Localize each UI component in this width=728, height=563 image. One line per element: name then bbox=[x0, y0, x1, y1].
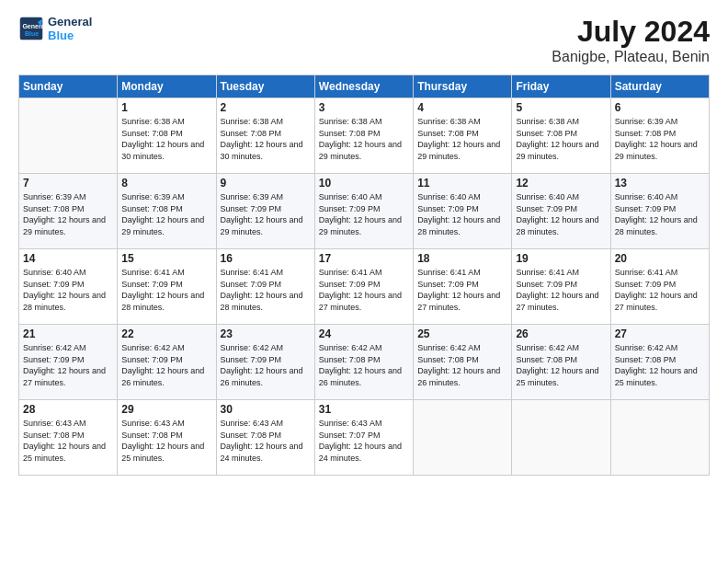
weekday-header: Thursday bbox=[414, 75, 512, 98]
day-number: 5 bbox=[516, 101, 606, 114]
weekday-header: Monday bbox=[118, 75, 216, 98]
day-number: 16 bbox=[221, 252, 311, 265]
logo-icon: General Blue bbox=[18, 16, 44, 41]
calendar-table: SundayMondayTuesdayWednesdayThursdayFrid… bbox=[18, 75, 710, 476]
day-info: Sunrise: 6:42 AMSunset: 7:09 PMDaylight:… bbox=[221, 342, 311, 388]
day-number: 2 bbox=[221, 101, 311, 114]
day-info: Sunrise: 6:40 AMSunset: 7:09 PMDaylight:… bbox=[417, 191, 507, 237]
day-number: 10 bbox=[319, 177, 409, 190]
day-number: 18 bbox=[417, 252, 507, 265]
calendar-cell: 1Sunrise: 6:38 AMSunset: 7:08 PMDaylight… bbox=[118, 98, 216, 174]
calendar-cell: 17Sunrise: 6:41 AMSunset: 7:09 PMDayligh… bbox=[314, 249, 413, 325]
calendar-cell: 30Sunrise: 6:43 AMSunset: 7:08 PMDayligh… bbox=[216, 400, 314, 476]
weekday-header: Tuesday bbox=[216, 75, 314, 98]
day-info: Sunrise: 6:39 AMSunset: 7:08 PMDaylight:… bbox=[121, 191, 211, 237]
day-info: Sunrise: 6:41 AMSunset: 7:09 PMDaylight:… bbox=[417, 267, 507, 313]
day-number: 7 bbox=[23, 177, 113, 190]
logo-text: General Blue bbox=[48, 15, 92, 42]
month-title: July 2024 bbox=[552, 15, 710, 49]
day-number: 24 bbox=[319, 327, 409, 340]
day-number: 27 bbox=[615, 327, 705, 340]
day-number: 26 bbox=[516, 327, 606, 340]
day-number: 28 bbox=[23, 403, 113, 416]
day-info: Sunrise: 6:38 AMSunset: 7:08 PMDaylight:… bbox=[417, 116, 507, 162]
day-info: Sunrise: 6:41 AMSunset: 7:09 PMDaylight:… bbox=[319, 267, 409, 313]
calendar-cell: 14Sunrise: 6:40 AMSunset: 7:09 PMDayligh… bbox=[19, 249, 118, 325]
day-number: 25 bbox=[417, 327, 507, 340]
calendar-cell: 3Sunrise: 6:38 AMSunset: 7:08 PMDaylight… bbox=[314, 98, 413, 174]
calendar-cell bbox=[19, 98, 118, 174]
day-info: Sunrise: 6:39 AMSunset: 7:08 PMDaylight:… bbox=[23, 191, 113, 237]
calendar-cell: 6Sunrise: 6:39 AMSunset: 7:08 PMDaylight… bbox=[610, 98, 709, 174]
day-number: 23 bbox=[221, 327, 311, 340]
day-info: Sunrise: 6:42 AMSunset: 7:09 PMDaylight:… bbox=[121, 342, 211, 388]
calendar-cell: 27Sunrise: 6:42 AMSunset: 7:08 PMDayligh… bbox=[610, 325, 709, 400]
day-number: 31 bbox=[319, 403, 409, 416]
calendar-cell: 16Sunrise: 6:41 AMSunset: 7:09 PMDayligh… bbox=[216, 249, 314, 325]
day-info: Sunrise: 6:38 AMSunset: 7:08 PMDaylight:… bbox=[319, 116, 409, 162]
calendar-cell: 13Sunrise: 6:40 AMSunset: 7:09 PMDayligh… bbox=[610, 174, 709, 249]
day-info: Sunrise: 6:38 AMSunset: 7:08 PMDaylight:… bbox=[221, 116, 311, 162]
day-info: Sunrise: 6:43 AMSunset: 7:07 PMDaylight:… bbox=[319, 418, 409, 464]
weekday-header: Wednesday bbox=[314, 75, 413, 98]
page-header: General Blue General Blue July 2024 Bani… bbox=[18, 15, 710, 65]
calendar-page: General Blue General Blue July 2024 Bani… bbox=[0, 0, 728, 563]
day-number: 15 bbox=[121, 252, 211, 265]
day-info: Sunrise: 6:39 AMSunset: 7:09 PMDaylight:… bbox=[221, 191, 311, 237]
day-info: Sunrise: 6:42 AMSunset: 7:08 PMDaylight:… bbox=[319, 342, 409, 388]
day-info: Sunrise: 6:42 AMSunset: 7:08 PMDaylight:… bbox=[516, 342, 606, 388]
day-info: Sunrise: 6:41 AMSunset: 7:09 PMDaylight:… bbox=[615, 267, 705, 313]
day-number: 3 bbox=[319, 101, 409, 114]
day-info: Sunrise: 6:41 AMSunset: 7:09 PMDaylight:… bbox=[516, 267, 606, 313]
day-info: Sunrise: 6:43 AMSunset: 7:08 PMDaylight:… bbox=[23, 418, 113, 464]
day-number: 8 bbox=[121, 177, 211, 190]
day-number: 13 bbox=[615, 177, 705, 190]
svg-text:Blue: Blue bbox=[25, 30, 39, 37]
day-info: Sunrise: 6:43 AMSunset: 7:08 PMDaylight:… bbox=[121, 418, 211, 464]
calendar-cell: 12Sunrise: 6:40 AMSunset: 7:09 PMDayligh… bbox=[512, 174, 610, 249]
calendar-header-row: SundayMondayTuesdayWednesdayThursdayFrid… bbox=[19, 75, 710, 98]
calendar-cell: 4Sunrise: 6:38 AMSunset: 7:08 PMDaylight… bbox=[414, 98, 512, 174]
day-info: Sunrise: 6:42 AMSunset: 7:09 PMDaylight:… bbox=[23, 342, 113, 388]
calendar-cell bbox=[610, 400, 709, 476]
day-number: 9 bbox=[221, 177, 311, 190]
day-info: Sunrise: 6:41 AMSunset: 7:09 PMDaylight:… bbox=[121, 267, 211, 313]
location-title: Banigbe, Plateau, Benin bbox=[552, 49, 710, 65]
day-number: 22 bbox=[121, 327, 211, 340]
day-number: 1 bbox=[121, 101, 211, 114]
day-info: Sunrise: 6:43 AMSunset: 7:08 PMDaylight:… bbox=[221, 418, 311, 464]
logo: General Blue General Blue bbox=[18, 15, 92, 42]
calendar-cell bbox=[414, 400, 512, 476]
calendar-cell: 18Sunrise: 6:41 AMSunset: 7:09 PMDayligh… bbox=[414, 249, 512, 325]
calendar-cell: 22Sunrise: 6:42 AMSunset: 7:09 PMDayligh… bbox=[118, 325, 216, 400]
day-number: 4 bbox=[417, 101, 507, 114]
weekday-header: Saturday bbox=[610, 75, 709, 98]
calendar-cell: 21Sunrise: 6:42 AMSunset: 7:09 PMDayligh… bbox=[19, 325, 118, 400]
calendar-cell: 5Sunrise: 6:38 AMSunset: 7:08 PMDaylight… bbox=[512, 98, 610, 174]
day-number: 14 bbox=[23, 252, 113, 265]
calendar-cell: 8Sunrise: 6:39 AMSunset: 7:08 PMDaylight… bbox=[118, 174, 216, 249]
weekday-header: Friday bbox=[512, 75, 610, 98]
calendar-cell: 19Sunrise: 6:41 AMSunset: 7:09 PMDayligh… bbox=[512, 249, 610, 325]
calendar-cell: 20Sunrise: 6:41 AMSunset: 7:09 PMDayligh… bbox=[610, 249, 709, 325]
calendar-cell: 9Sunrise: 6:39 AMSunset: 7:09 PMDaylight… bbox=[216, 174, 314, 249]
day-info: Sunrise: 6:40 AMSunset: 7:09 PMDaylight:… bbox=[23, 267, 113, 313]
day-number: 20 bbox=[615, 252, 705, 265]
calendar-week-row: 7Sunrise: 6:39 AMSunset: 7:08 PMDaylight… bbox=[19, 174, 710, 249]
day-info: Sunrise: 6:40 AMSunset: 7:09 PMDaylight:… bbox=[516, 191, 606, 237]
calendar-cell: 15Sunrise: 6:41 AMSunset: 7:09 PMDayligh… bbox=[118, 249, 216, 325]
title-area: July 2024 Banigbe, Plateau, Benin bbox=[552, 15, 710, 65]
calendar-week-row: 21Sunrise: 6:42 AMSunset: 7:09 PMDayligh… bbox=[19, 325, 710, 400]
day-number: 29 bbox=[121, 403, 211, 416]
day-number: 19 bbox=[516, 252, 606, 265]
day-info: Sunrise: 6:39 AMSunset: 7:08 PMDaylight:… bbox=[615, 116, 705, 162]
day-number: 17 bbox=[319, 252, 409, 265]
day-info: Sunrise: 6:40 AMSunset: 7:09 PMDaylight:… bbox=[319, 191, 409, 237]
calendar-cell: 11Sunrise: 6:40 AMSunset: 7:09 PMDayligh… bbox=[414, 174, 512, 249]
day-number: 11 bbox=[417, 177, 507, 190]
day-number: 12 bbox=[516, 177, 606, 190]
day-info: Sunrise: 6:38 AMSunset: 7:08 PMDaylight:… bbox=[516, 116, 606, 162]
calendar-week-row: 14Sunrise: 6:40 AMSunset: 7:09 PMDayligh… bbox=[19, 249, 710, 325]
day-info: Sunrise: 6:38 AMSunset: 7:08 PMDaylight:… bbox=[121, 116, 211, 162]
calendar-cell: 2Sunrise: 6:38 AMSunset: 7:08 PMDaylight… bbox=[216, 98, 314, 174]
